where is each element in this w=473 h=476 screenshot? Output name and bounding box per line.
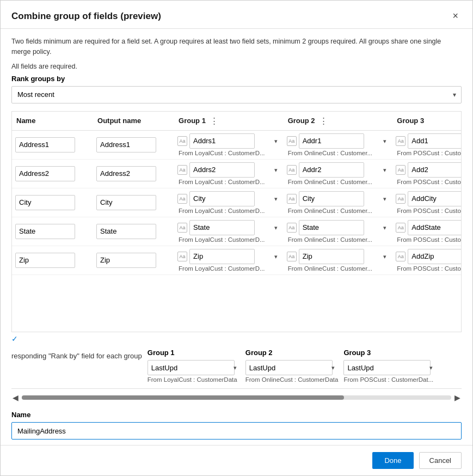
name-field[interactable] (15, 166, 75, 181)
group2-from-text: From OnlineCust : Customer... (287, 179, 390, 185)
group1-chevron-icon: ▾ (274, 195, 278, 202)
table-row: AaState▾From LoyalCust : CustomerD...AaS… (12, 217, 462, 246)
close-button[interactable]: × (449, 9, 462, 23)
group1-cell: AaAddrs1▾From LoyalCust : CustomerD... (174, 130, 284, 159)
checkmark-area: ✓ (11, 332, 462, 343)
scroll-right-icon[interactable]: ▶ (453, 392, 462, 403)
group2-icon-box[interactable]: Aa (287, 223, 297, 233)
fields-table-scroll[interactable]: Name Output name Group 1 ⋮ (11, 111, 462, 333)
group3-icon-box[interactable]: Aa (396, 194, 406, 204)
rank-group2-from: From OnlineCust : CustomerData (245, 376, 339, 383)
group2-chevron-icon: ▾ (383, 195, 386, 202)
done-button[interactable]: Done (372, 452, 413, 469)
rank-group1-from: From LoyalCust : CustomerData (148, 376, 240, 383)
group1-icon-box[interactable]: Aa (177, 165, 187, 175)
group3-select[interactable]: AddCity (408, 191, 462, 206)
name-cell (12, 246, 93, 274)
group1-cell: AaCity▾From LoyalCust : CustomerD... (174, 188, 284, 217)
dialog-title: Combine group of fields (preview) (11, 11, 161, 22)
name-section: Name (1, 406, 472, 445)
group2-from-text: From OnlineCust : Customer... (287, 208, 390, 214)
group3-icon-box[interactable]: Aa (396, 165, 406, 175)
rank-row: responding "Rank by" field for each grou… (11, 349, 462, 389)
name-field[interactable] (15, 195, 75, 210)
group2-chevron-icon: ▾ (383, 137, 386, 144)
rank-group2-col: Group 2 LastUpd ▾ From OnlineCust : Cust… (245, 349, 339, 383)
rank-group2-header: Group 2 (245, 349, 339, 357)
group2-from-text: From OnlineCust : Customer... (287, 236, 390, 243)
group3-select[interactable]: Add2 (408, 162, 462, 178)
group3-from-text: From POSCust : Custo... (396, 208, 462, 214)
group3-select[interactable]: AddState (408, 220, 462, 235)
group2-icon-box[interactable]: Aa (287, 194, 297, 204)
output-name-field[interactable] (96, 224, 156, 239)
rank-group1-select[interactable]: LastUpd (148, 360, 235, 375)
rank-groups-select[interactable]: Most recent (11, 86, 462, 103)
group1-cell: AaZip▾From LoyalCust : CustomerD... (174, 246, 284, 274)
group3-select[interactable]: AddZip (408, 249, 462, 264)
group1-icon-box[interactable]: Aa (177, 136, 187, 146)
group2-select[interactable]: Addr2 (299, 162, 364, 178)
group2-cell: AaZip▾From OnlineCust : Customer... (284, 246, 393, 274)
rank-label: Rank groups by (11, 75, 462, 83)
scrollbar-track[interactable] (22, 395, 451, 400)
group1-from-text: From LoyalCust : CustomerD... (177, 150, 280, 156)
group2-icon-box[interactable]: Aa (287, 165, 297, 175)
group1-select[interactable]: Addrs2 (189, 162, 255, 178)
group3-icon-box[interactable]: Aa (396, 252, 406, 261)
group3-icon-box[interactable]: Aa (396, 136, 406, 146)
group2-menu-button[interactable]: ⋮ (317, 116, 330, 126)
group3-from-text: From POSCust : Custo... (396, 265, 462, 272)
group3-icon-box[interactable]: Aa (396, 223, 406, 233)
group2-from-text: From OnlineCust : Customer... (287, 150, 390, 156)
group2-select[interactable]: Addr1 (299, 133, 364, 149)
group1-icon-box[interactable]: Aa (177, 252, 187, 261)
group2-chevron-icon: ▾ (383, 166, 386, 173)
output-name-cell (93, 217, 174, 246)
group1-select[interactable]: State (189, 220, 255, 235)
output-name-field[interactable] (96, 166, 156, 181)
rank-group3-from: From POSCust : CustomerDat... (343, 376, 436, 383)
group2-select[interactable]: City (299, 191, 364, 206)
group2-icon-box[interactable]: Aa (287, 136, 297, 146)
group2-cell: AaAddr1▾From OnlineCust : Customer... (284, 130, 393, 159)
name-input[interactable] (11, 422, 462, 440)
output-name-cell (93, 130, 174, 159)
output-name-field[interactable] (96, 195, 156, 210)
group1-menu-button[interactable]: ⋮ (208, 116, 220, 126)
th-group1: Group 1 ⋮ (174, 112, 284, 131)
name-field[interactable] (15, 253, 75, 268)
name-field[interactable] (15, 224, 75, 239)
group1-chevron-icon: ▾ (274, 224, 278, 231)
group1-icon-box[interactable]: Aa (177, 194, 187, 204)
output-name-field[interactable] (96, 253, 156, 268)
rank-group3-select[interactable]: LastUpd (343, 360, 431, 375)
group1-from-text: From LoyalCust : CustomerD... (177, 179, 280, 185)
group2-select[interactable]: State (299, 220, 364, 235)
scrollbar-thumb[interactable] (22, 395, 344, 400)
rank-group2-select[interactable]: LastUpd (245, 360, 333, 375)
scroll-left-icon[interactable]: ◀ (11, 392, 20, 403)
name-cell (12, 130, 93, 159)
group1-cell: AaState▾From LoyalCust : CustomerD... (174, 217, 284, 246)
name-cell (12, 188, 93, 217)
group1-select[interactable]: Addrs1 (189, 133, 255, 149)
rank-group1-select-wrapper: LastUpd ▾ (148, 360, 240, 375)
dialog-body: Two fields minimum are required for a fi… (1, 29, 472, 343)
group1-icon-box[interactable]: Aa (177, 223, 187, 233)
name-field[interactable] (15, 137, 75, 152)
output-name-cell (93, 188, 174, 217)
group2-cell: AaState▾From OnlineCust : Customer... (284, 217, 393, 246)
group3-cell: AaAdd1▾From POSCust : Custo... (392, 130, 462, 159)
group2-icon-box[interactable]: Aa (287, 252, 297, 261)
group1-from-text: From LoyalCust : CustomerD... (177, 265, 280, 272)
group3-select[interactable]: Add1 (408, 133, 462, 149)
rank-select-wrapper: Most recent ▾ (11, 86, 462, 103)
rank-group1-header: Group 1 (148, 349, 240, 357)
group1-select[interactable]: Zip (189, 249, 255, 264)
cancel-button[interactable]: Cancel (419, 452, 462, 469)
group2-chevron-icon: ▾ (383, 253, 386, 260)
output-name-field[interactable] (96, 137, 156, 152)
group2-select[interactable]: Zip (299, 249, 364, 264)
group1-select[interactable]: City (189, 191, 255, 206)
